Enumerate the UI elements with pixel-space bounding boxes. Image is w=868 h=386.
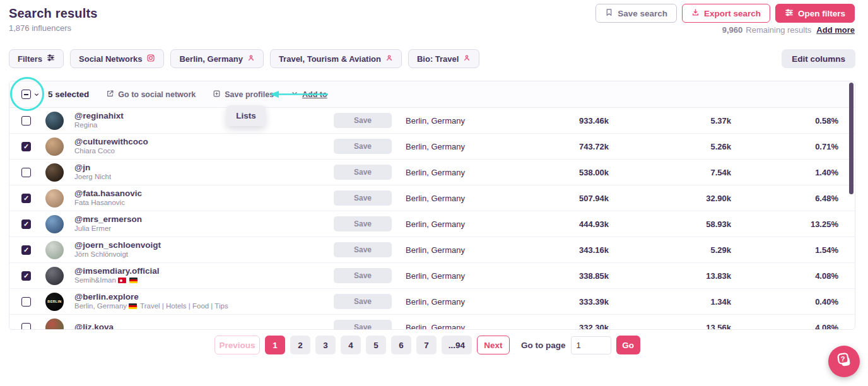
dropdown-item-lists[interactable]: Lists xyxy=(226,111,266,120)
avg-likes-cell: 13.56k xyxy=(609,323,731,330)
influencer-name: Joerg Nicht xyxy=(74,173,328,182)
avg-likes-cell: 7.54k xyxy=(609,168,731,177)
filter-chip[interactable]: Social Networks xyxy=(70,49,164,68)
chevron-down-icon xyxy=(291,90,298,99)
engagement-cell: 1.54% xyxy=(731,245,838,255)
avatar[interactable] xyxy=(45,215,64,233)
row-checkbox[interactable] xyxy=(21,271,31,281)
avatar[interactable] xyxy=(45,137,64,156)
influencer-handle[interactable]: @liz.kova xyxy=(74,322,328,330)
remaining-count: 9,960 xyxy=(722,25,743,35)
row-save-button[interactable]: Save xyxy=(334,190,392,206)
page-button[interactable]: 7 xyxy=(416,336,437,354)
row-save-button[interactable]: Save xyxy=(334,165,392,180)
avatar[interactable] xyxy=(45,241,64,259)
avatar[interactable]: BERLIN xyxy=(45,293,64,311)
avatar[interactable] xyxy=(45,189,64,208)
row-checkbox[interactable] xyxy=(21,116,31,126)
export-search-button[interactable]: Export search xyxy=(682,4,770,23)
help-chat-button[interactable]: ? xyxy=(828,346,860,377)
engagement-cell: 1.40% xyxy=(731,168,838,177)
influencer-handle[interactable]: @imsemdiary.official xyxy=(74,266,328,276)
engagement-cell: 0.40% xyxy=(731,297,838,307)
page-button[interactable]: 1 xyxy=(265,336,285,354)
row-save-button[interactable]: Save xyxy=(334,294,392,309)
engagement-cell: 4.08% xyxy=(731,271,838,281)
avatar[interactable] xyxy=(45,319,64,330)
next-page-button[interactable]: Next xyxy=(477,336,510,354)
location-cell: Berlin, Germany xyxy=(397,219,555,229)
location-cell: Berlin, Germany xyxy=(397,142,555,151)
go-to-social-network-button[interactable]: Go to social network xyxy=(106,90,196,100)
filter-chip[interactable]: Berlin, Germany xyxy=(170,49,263,68)
avatar[interactable] xyxy=(45,267,64,285)
page-button[interactable]: ...94 xyxy=(442,336,472,354)
add-more-link[interactable]: Add more xyxy=(816,25,855,35)
go-to-page-input[interactable] xyxy=(571,336,611,354)
avatar[interactable] xyxy=(45,163,64,182)
row-save-button[interactable]: Save xyxy=(334,320,392,330)
influencer-name: Fata Hasanovic xyxy=(74,199,328,208)
previous-page-button[interactable]: Previous xyxy=(214,336,260,354)
avg-likes-cell: 32.90k xyxy=(609,194,731,203)
row-save-button[interactable]: Save xyxy=(334,216,392,231)
row-save-button[interactable]: Save xyxy=(334,268,392,283)
page-button[interactable]: 2 xyxy=(290,336,310,354)
table-row: @liz.kova Save Berlin, Germany 332.30k 1… xyxy=(9,315,855,330)
page-button[interactable]: 5 xyxy=(366,336,386,354)
go-button[interactable]: Go xyxy=(616,336,640,354)
filter-chips: Social NetworksBerlin, GermanyTravel, To… xyxy=(70,49,479,68)
avatar[interactable] xyxy=(45,112,64,130)
vertical-scrollbar[interactable] xyxy=(849,83,853,194)
sliders-icon xyxy=(47,54,55,64)
open-filters-button[interactable]: Open filters xyxy=(775,4,855,23)
location-cell: Berlin, Germany xyxy=(397,297,555,307)
add-to-button[interactable]: Add to xyxy=(291,90,327,99)
row-save-button[interactable]: Save xyxy=(334,113,392,128)
go-to-page-label: Go to page xyxy=(521,341,566,350)
influencer-handle[interactable]: @fata.hasanovic xyxy=(74,189,328,199)
influencer-handle[interactable]: @mrs_ermerson xyxy=(74,214,328,225)
remaining-label: Remaining results xyxy=(746,25,811,35)
row-checkbox[interactable] xyxy=(21,245,31,255)
filters-button[interactable]: Filters xyxy=(9,49,64,68)
influencer-handle[interactable]: @jn xyxy=(74,163,328,173)
row-checkbox[interactable] xyxy=(21,323,31,330)
select-all-group[interactable] xyxy=(21,89,40,100)
page-button[interactable]: 4 xyxy=(341,336,361,354)
filter-chip[interactable]: Bio: Travel xyxy=(408,49,479,68)
save-search-button[interactable]: Save search xyxy=(595,4,677,23)
chevron-down-icon[interactable] xyxy=(33,89,40,100)
add-to-dropdown: Lists xyxy=(226,105,266,126)
followers-cell: 332.30k xyxy=(555,323,609,330)
avg-likes-cell: 13.83k xyxy=(609,271,731,281)
influencer-handle[interactable]: @reginahixt xyxy=(74,111,328,121)
influencer-handle[interactable]: @berlin.explore xyxy=(74,292,328,302)
results-count: 1,876 influencers xyxy=(9,23,71,33)
location-cell: Berlin, Germany xyxy=(397,194,555,203)
flag-tr-icon xyxy=(118,278,126,283)
influencer-name: Jörn Schlönvoigt xyxy=(74,250,328,259)
influencer-handle[interactable]: @culturewithcoco xyxy=(74,137,328,147)
row-checkbox[interactable] xyxy=(21,219,31,229)
row-checkbox[interactable] xyxy=(21,297,31,307)
row-save-button[interactable]: Save xyxy=(334,139,392,154)
save-profiles-button[interactable]: Save profiles xyxy=(213,90,274,100)
table-row: @reginahixt Regina Save Berlin, Germany … xyxy=(9,108,855,134)
row-save-button[interactable]: Save xyxy=(334,242,392,257)
avg-likes-cell: 1.34k xyxy=(609,297,731,307)
person-icon xyxy=(385,54,393,64)
page-button[interactable]: 6 xyxy=(391,336,411,354)
svg-text:?: ? xyxy=(841,355,845,363)
person-icon xyxy=(247,54,255,64)
row-checkbox[interactable] xyxy=(21,168,31,177)
download-icon xyxy=(691,8,700,18)
edit-columns-button[interactable]: Edit columns xyxy=(782,49,855,68)
row-checkbox[interactable] xyxy=(21,194,31,203)
select-all-checkbox[interactable] xyxy=(21,90,31,99)
page-button[interactable]: 3 xyxy=(315,336,336,354)
influencer-handle[interactable]: @joern_schloenvoigt xyxy=(74,240,328,250)
filter-chip[interactable]: Travel, Tourism & Aviation xyxy=(270,49,402,68)
row-checkbox[interactable] xyxy=(21,142,31,151)
external-link-icon xyxy=(106,90,114,100)
